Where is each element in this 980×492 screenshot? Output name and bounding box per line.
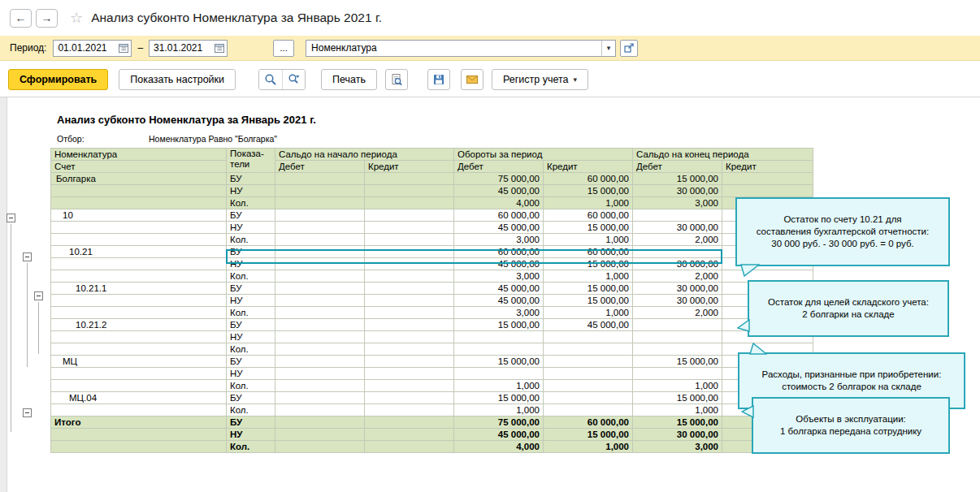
value-cell[interactable]: 2,000 [633,234,722,246]
collapse-toggle[interactable] [23,408,32,417]
value-cell[interactable] [633,343,722,356]
collapse-toggle[interactable] [34,291,43,300]
value-cell[interactable] [365,173,454,185]
value-cell[interactable]: 1,000 [633,380,722,392]
value-cell[interactable]: 45 000,00 [454,295,544,307]
indicator-cell[interactable]: Кол. [227,197,275,209]
value-cell[interactable]: 15 000,00 [633,416,722,429]
value-cell[interactable]: 15 000,00 [633,392,722,404]
value-cell[interactable] [454,331,544,343]
report-row[interactable]: НУ45 000,0015 000,0030 000,00 [51,185,813,197]
report-row[interactable]: НУ45 000,0015 000,0030 000,00 [51,429,813,441]
account-cell[interactable] [51,270,227,283]
report-row[interactable]: Кол. [51,343,813,356]
value-cell[interactable] [365,258,454,270]
value-cell[interactable] [365,270,454,283]
value-cell[interactable] [275,295,365,307]
search-button[interactable] [259,70,282,89]
value-cell[interactable]: 45 000,00 [454,429,544,441]
indicator-cell[interactable]: НУ [227,429,275,441]
value-cell[interactable] [275,429,365,441]
value-cell[interactable] [275,283,365,295]
value-cell[interactable]: 1,000 [544,234,633,246]
value-cell[interactable] [275,185,365,197]
collapse-toggle[interactable] [7,214,15,222]
date-to-input[interactable] [150,42,211,54]
indicator-cell[interactable]: БУ [227,173,275,185]
indicator-cell[interactable]: Кол. [227,307,275,319]
value-cell[interactable] [365,343,454,356]
account-cell[interactable]: Болгарка [51,173,227,185]
value-cell[interactable] [275,173,365,185]
account-cell[interactable]: Итого [51,416,227,429]
value-cell[interactable]: 60 000,00 [544,209,633,222]
value-cell[interactable]: 3,000 [454,307,544,319]
value-cell[interactable]: 60 000,00 [544,416,633,429]
value-cell[interactable]: 30 000,00 [633,429,722,441]
value-cell[interactable] [275,331,365,343]
date-to-field[interactable] [149,40,228,57]
report-row[interactable]: БолгаркаБУ75 000,0060 000,0015 000,00 [51,173,813,185]
value-cell[interactable] [544,331,633,343]
value-cell[interactable]: 2,000 [633,307,722,319]
value-cell[interactable]: 45 000,00 [454,258,544,270]
indicator-cell[interactable]: БУ [227,416,275,429]
subconto-combobox[interactable]: Номенклатура ▾ [306,40,616,57]
calendar-icon[interactable] [211,41,227,56]
value-cell[interactable]: 30 000,00 [633,185,722,197]
value-cell[interactable]: 1,000 [544,197,633,209]
value-cell[interactable] [365,209,454,222]
value-cell[interactable] [275,307,365,319]
account-cell[interactable]: 10.21 [51,246,227,258]
value-cell[interactable]: 15 000,00 [544,295,633,307]
chevron-down-icon[interactable]: ▾ [601,41,615,56]
report-row[interactable]: ИтогоБУ75 000,0060 000,0015 000,00 [51,416,813,429]
report-row[interactable]: МЦБУ15 000,0015 000,00 [51,356,813,368]
value-cell[interactable] [275,209,365,222]
value-cell[interactable] [633,209,722,222]
value-cell[interactable]: 60 000,00 [544,173,633,185]
value-cell[interactable] [365,197,454,209]
account-cell[interactable] [51,404,227,416]
value-cell[interactable]: 60 000,00 [454,246,544,258]
open-list-button[interactable] [620,40,638,57]
date-from-input[interactable] [54,42,115,54]
account-cell[interactable] [51,222,227,234]
value-cell[interactable] [275,343,365,356]
value-cell[interactable]: 4,000 [454,441,544,453]
value-cell[interactable]: 15 000,00 [454,319,544,331]
save-button[interactable] [427,69,450,90]
indicator-cell[interactable]: НУ [227,295,275,307]
collapse-toggle[interactable] [23,252,32,261]
date-from-field[interactable] [53,40,132,57]
value-cell[interactable]: 15 000,00 [633,356,722,368]
report-row[interactable]: Кол.4,0001,0003,000 [51,441,813,453]
account-cell[interactable] [51,185,227,197]
value-cell[interactable] [365,356,454,368]
indicator-cell[interactable]: БУ [227,356,275,368]
value-cell[interactable]: 30 000,00 [633,258,722,270]
value-cell[interactable]: 2,000 [633,270,722,283]
value-cell[interactable] [454,343,544,356]
value-cell[interactable]: 15 000,00 [633,173,722,185]
account-cell[interactable] [51,429,227,441]
account-cell[interactable] [51,331,227,343]
report-row[interactable]: Кол.4,0001,0003,000 [51,197,813,209]
indicator-cell[interactable]: БУ [227,209,275,222]
report-row[interactable]: МЦ.04БУ15 000,0015 000,00 [51,392,813,404]
value-cell[interactable] [275,246,365,258]
report-row[interactable]: НУ [51,331,813,343]
account-cell[interactable] [51,307,227,319]
indicator-cell[interactable]: Кол. [227,270,275,283]
indicator-cell[interactable]: БУ [227,319,275,331]
value-cell[interactable]: 15 000,00 [544,283,633,295]
value-cell[interactable]: 45 000,00 [454,185,544,197]
value-cell[interactable]: 3,000 [633,441,722,453]
value-cell[interactable] [365,185,454,197]
value-cell[interactable] [275,270,365,283]
value-cell[interactable] [365,416,454,429]
account-cell[interactable] [51,380,227,392]
value-cell[interactable] [365,283,454,295]
report-row[interactable]: 10.21БУ60 000,0060 000,00 [51,246,813,258]
value-cell[interactable] [365,404,454,416]
